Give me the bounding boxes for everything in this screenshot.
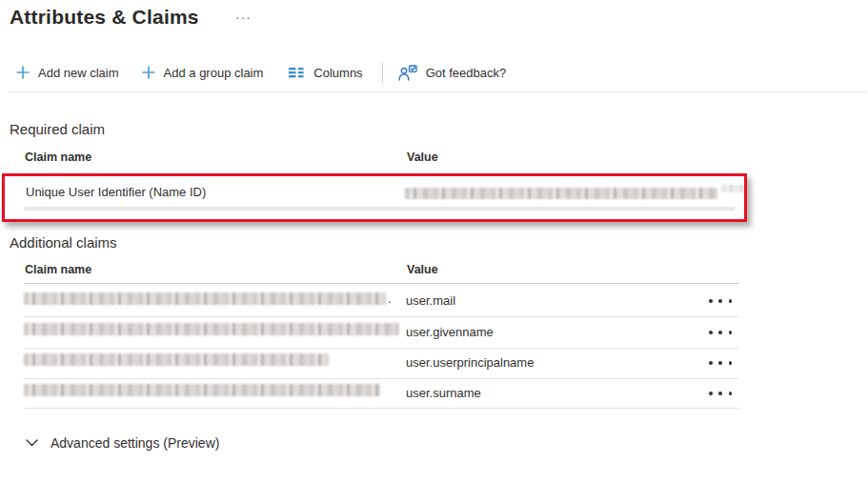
columns-icon [289, 67, 305, 78]
additional-claims-header-border [24, 283, 738, 284]
add-group-claim-button[interactable]: Add a group claim [136, 61, 270, 85]
add-new-claim-button[interactable]: Add new claim [10, 61, 125, 85]
row-menu-ellipsis-icon[interactable] [709, 357, 732, 369]
required-claim-redacted-value [405, 188, 717, 199]
add-group-claim-label: Add a group claim [164, 66, 264, 80]
required-claim-row-name-link[interactable]: Unique User Identifier (Name ID) [26, 185, 206, 199]
advanced-settings-toggle[interactable]: Advanced settings (Preview) [26, 435, 219, 451]
redacted-claim-name[interactable] [24, 323, 399, 335]
command-bar: Add new claim Add a group claim Columns [0, 57, 868, 88]
row-menu-ellipsis-icon[interactable] [709, 388, 732, 399]
claim-value[interactable]: user.userprincipalname [406, 355, 534, 370]
person-feedback-icon [398, 65, 417, 81]
toolbar-divider [382, 63, 383, 83]
redacted-claim-name[interactable] [24, 292, 386, 305]
additional-claim-name-column-header: Claim name [25, 263, 91, 276]
add-new-claim-label: Add new claim [38, 66, 119, 80]
got-feedback-button[interactable]: Got feedback? [393, 60, 513, 86]
required-claim-name-column-header: Claim name [25, 151, 91, 164]
claim-name-truncation: . [388, 292, 392, 306]
required-value-column-header: Value [407, 151, 438, 164]
plus-icon [142, 66, 155, 79]
row-border [24, 408, 738, 409]
title-more-ellipsis-icon[interactable]: ··· [235, 10, 252, 25]
page-title: Attributes & Claims [10, 6, 199, 29]
row-border [24, 348, 738, 349]
columns-button[interactable]: Columns [283, 61, 368, 85]
claim-value[interactable]: user.surname [406, 386, 481, 400]
claim-value[interactable]: user.givenname [406, 325, 494, 339]
required-claim-heading: Required claim [10, 121, 105, 137]
advanced-settings-label: Advanced settings (Preview) [50, 435, 219, 451]
chevron-down-icon [26, 439, 38, 447]
toolbar-bottom-divider [8, 91, 866, 92]
redacted-claim-name[interactable] [24, 353, 329, 366]
row-menu-ellipsis-icon[interactable] [709, 327, 732, 338]
plus-icon [16, 66, 30, 79]
additional-value-column-header: Value [407, 263, 438, 276]
additional-claims-heading: Additional claims [10, 234, 117, 251]
row-menu-ellipsis-icon[interactable] [709, 295, 732, 307]
row-border [24, 316, 738, 317]
redacted-claim-name[interactable] [24, 384, 380, 396]
row-border [24, 378, 738, 379]
got-feedback-label: Got feedback? [426, 66, 507, 80]
claim-value[interactable]: user.mail [406, 293, 455, 308]
required-claim-row-border [24, 207, 736, 211]
required-claim-redacted-value-tail [721, 185, 746, 192]
columns-label: Columns [313, 66, 362, 80]
